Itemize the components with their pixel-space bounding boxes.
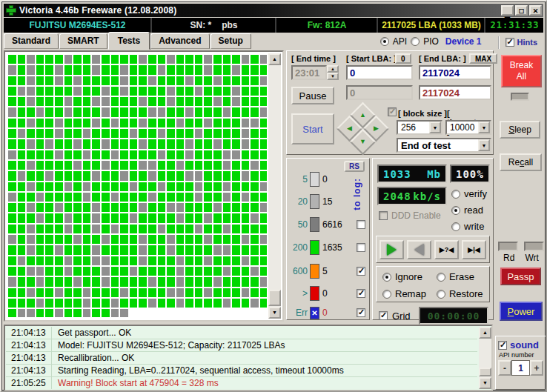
block-cell-good bbox=[18, 299, 26, 308]
block-cell-good bbox=[251, 245, 259, 254]
grid-checkbox[interactable] bbox=[379, 311, 388, 320]
chevron-down-icon[interactable]: ▼ bbox=[429, 122, 441, 133]
remap-radio[interactable] bbox=[382, 290, 391, 299]
map-scrollbar[interactable]: ▲ ▼ bbox=[268, 53, 281, 319]
log-scrollbar[interactable]: ▲ ▼ bbox=[479, 327, 491, 389]
block-cell-good bbox=[18, 107, 26, 116]
jump-question-button[interactable]: ▶?◀ bbox=[434, 240, 459, 259]
erase-radio[interactable] bbox=[437, 273, 445, 282]
start-lba-input[interactable]: 0 bbox=[346, 65, 413, 80]
ignore-radio[interactable] bbox=[382, 273, 391, 282]
block-size-select[interactable]: 256 ▼ bbox=[397, 120, 442, 135]
tab-tests[interactable]: Tests bbox=[108, 32, 150, 50]
end-lba-input[interactable]: 2117024 bbox=[419, 65, 491, 80]
block-cell-good bbox=[55, 299, 63, 308]
tab-standard[interactable]: Standard bbox=[4, 33, 59, 49]
block-cell-good bbox=[232, 129, 240, 138]
hints-checkbox[interactable] bbox=[505, 38, 514, 47]
play-button[interactable] bbox=[379, 240, 404, 259]
map-row bbox=[8, 288, 267, 297]
block-cell-good bbox=[139, 267, 147, 276]
stat-log-checkbox[interactable] bbox=[357, 220, 365, 229]
timeout-select[interactable]: 10000 ▼ bbox=[445, 120, 491, 135]
sleep-button[interactable]: Sleep bbox=[500, 121, 540, 139]
tab-setup[interactable]: Setup bbox=[210, 33, 251, 49]
jump-end-button[interactable]: ▶|◀ bbox=[462, 240, 486, 259]
zero-button[interactable]: 0 bbox=[395, 53, 411, 64]
stat-log-checkbox[interactable] bbox=[357, 267, 365, 276]
read-radio[interactable] bbox=[451, 206, 460, 215]
verify-radio[interactable] bbox=[451, 190, 460, 199]
block-cell-slow bbox=[55, 309, 63, 317]
break-all-button[interactable]: Break All bbox=[501, 55, 542, 87]
ddd-enable-checkbox[interactable] bbox=[379, 211, 388, 220]
tab-advanced[interactable]: Advanced bbox=[150, 33, 209, 49]
pause-button[interactable]: Pause bbox=[291, 87, 334, 104]
log-scroll-thumb[interactable] bbox=[479, 368, 491, 376]
block-cell-good bbox=[92, 107, 100, 116]
block-cell-good bbox=[8, 203, 16, 212]
api-radio[interactable] bbox=[380, 37, 389, 46]
write-radio[interactable] bbox=[451, 222, 460, 231]
pad-checkbox[interactable] bbox=[388, 107, 397, 116]
block-cell-good bbox=[242, 150, 250, 159]
block-cell-good bbox=[120, 182, 128, 191]
recall-button[interactable]: Recall bbox=[500, 153, 542, 171]
block-cell-good bbox=[27, 299, 35, 308]
spin-up-icon[interactable]: ▲ bbox=[327, 65, 339, 73]
back-button[interactable] bbox=[407, 240, 431, 259]
block-cell-slow bbox=[213, 97, 222, 106]
sound-checkbox[interactable] bbox=[498, 341, 507, 350]
block-cell-good bbox=[92, 76, 100, 85]
close-icon: ✕ bbox=[533, 7, 539, 15]
map-scroll-thumb[interactable] bbox=[268, 290, 281, 306]
chevron-down-icon[interactable]: ▼ bbox=[478, 139, 490, 151]
block-cell-slow bbox=[148, 107, 156, 116]
maximize-button[interactable]: ☐ bbox=[515, 5, 528, 16]
map-row bbox=[8, 139, 267, 148]
spin-down-icon[interactable]: ▼ bbox=[327, 73, 339, 80]
stepper-minus-button[interactable]: - bbox=[498, 360, 511, 376]
block-cell-slow bbox=[64, 225, 73, 233]
end-lba-current-display: 2117024 bbox=[419, 85, 491, 100]
log-scroll-down-icon[interactable]: ▼ bbox=[479, 377, 491, 389]
block-cell-good bbox=[102, 299, 110, 308]
chevron-down-icon[interactable]: ▼ bbox=[478, 122, 490, 133]
start-button[interactable]: Start bbox=[291, 113, 334, 144]
block-cell-good bbox=[158, 76, 166, 85]
block-cell-slow bbox=[139, 119, 147, 127]
pio-radio[interactable] bbox=[411, 37, 420, 46]
block-cell-slow bbox=[260, 182, 267, 191]
block-cell-good bbox=[158, 288, 166, 297]
end-action-value: End of test bbox=[398, 140, 478, 151]
block-cell-good bbox=[232, 182, 240, 191]
close-button[interactable]: ✕ bbox=[529, 5, 542, 16]
map-scroll-down-icon[interactable]: ▼ bbox=[268, 307, 281, 319]
block-cell-good bbox=[83, 256, 91, 265]
tab-smart[interactable]: SMART bbox=[59, 33, 107, 49]
block-cell-good bbox=[8, 213, 16, 222]
stat-log-checkbox[interactable] bbox=[357, 243, 365, 252]
minimize-button[interactable]: ▁ bbox=[501, 5, 514, 16]
block-cell-good bbox=[204, 87, 212, 96]
stat-log-checkbox[interactable] bbox=[357, 308, 365, 317]
block-cell-good bbox=[45, 76, 53, 85]
block-cell-slow bbox=[204, 213, 212, 222]
end-action-select[interactable]: End of test ▼ bbox=[397, 138, 491, 153]
passport-button[interactable]: Passp bbox=[500, 268, 541, 285]
stepper-plus-button[interactable]: + bbox=[530, 360, 543, 376]
block-cell-good bbox=[139, 288, 147, 297]
stat-log-checkbox[interactable] bbox=[357, 289, 365, 298]
block-cell-good bbox=[213, 299, 222, 308]
map-row bbox=[8, 87, 267, 96]
map-scroll-up-icon[interactable]: ▲ bbox=[268, 53, 281, 65]
log-scroll-up-icon[interactable]: ▲ bbox=[479, 327, 491, 339]
block-cell-good bbox=[260, 119, 267, 127]
block-cell-good bbox=[251, 107, 259, 116]
end-time-spinner[interactable]: 23:01 ▲ ▼ bbox=[291, 65, 339, 80]
block-cell-good bbox=[204, 267, 212, 276]
restore-radio[interactable] bbox=[437, 290, 445, 299]
max-button[interactable]: MAX bbox=[469, 53, 497, 64]
power-button[interactable]: Power bbox=[500, 302, 543, 321]
block-cell-good bbox=[204, 245, 212, 254]
